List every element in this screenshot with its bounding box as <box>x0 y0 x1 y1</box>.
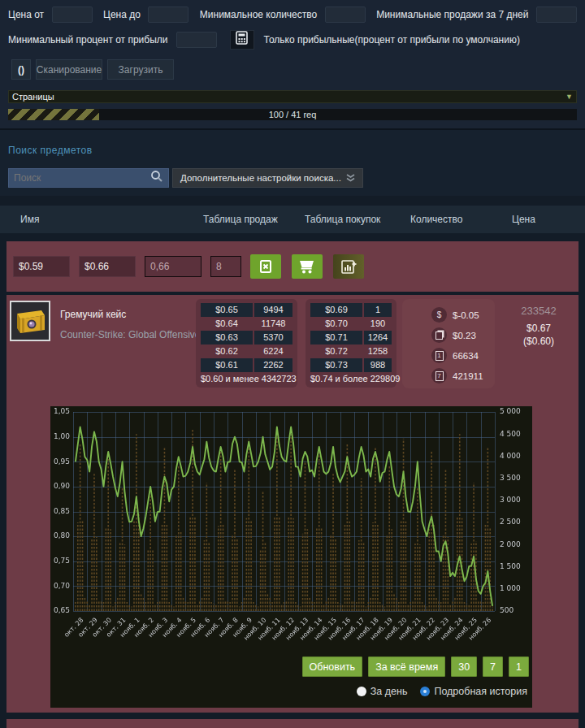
update-chart-button[interactable]: Обновить <box>302 656 363 677</box>
per-day-radio[interactable] <box>357 687 366 696</box>
item-image <box>10 301 50 341</box>
chevron-down-icon: ▼ <box>566 93 573 101</box>
scan-button[interactable]: Сканирование <box>36 59 102 80</box>
sell-price: $0.64 <box>201 317 253 331</box>
calculator-icon <box>236 31 249 49</box>
price-from-label: Цена от <box>8 9 44 20</box>
search-panel: Поиск предметов Дополнительные настройки… <box>0 130 585 196</box>
item-row: Гремучий кейс Counter-Strike: Global Off… <box>6 295 578 713</box>
min-sales-label: Минимальные продажи за 7 дней <box>376 9 528 20</box>
buy-row: $0.711264 <box>310 331 392 344</box>
search-icon[interactable] <box>150 170 163 186</box>
buy-qty: 190 <box>364 317 392 331</box>
results-table-header: Имя Таблица продаж Таблица покупок Колич… <box>0 206 585 233</box>
min-profit-label: Минимальный процент от прибыли <box>8 34 168 46</box>
buy-price: $0.72 <box>310 344 362 358</box>
buy-price-input[interactable] <box>13 256 70 277</box>
current-price: $0.67 <box>504 323 574 334</box>
progress-bar: 100 / 41 req <box>8 109 577 120</box>
load-button[interactable]: Загрузить <box>107 59 174 80</box>
column-header-price: Цена <box>512 214 585 225</box>
sell-qty: 9494 <box>254 303 292 317</box>
sell-orders-table: $0.659494 $0.6411748 $0.635370 $0.626224… <box>196 299 297 388</box>
cart-icon <box>298 259 316 275</box>
column-header-name: Имя <box>0 214 203 225</box>
range-30-button[interactable]: 30 <box>451 656 477 677</box>
row-controls <box>6 241 578 292</box>
stat-value: $0.23 <box>453 331 476 340</box>
buy-qty: 1 <box>364 303 392 317</box>
sell-row: $0.6411748 <box>201 317 292 331</box>
stat-row: $ $-0.05 <box>431 305 495 325</box>
range-1-button[interactable]: 1 <box>509 656 529 677</box>
buy-footer: $0.74 и более 229809 <box>310 374 392 384</box>
sell-row: $0.659494 <box>201 303 292 317</box>
next-item-row-partial <box>6 719 578 728</box>
buy-row: $0.691 <box>310 303 392 317</box>
copy-icon <box>431 327 447 343</box>
sell-price: $0.65 <box>201 303 253 317</box>
min-quantity-label: Минимальное количество <box>200 9 317 20</box>
filter-panel: Цена от Цена до Минимальное количество М… <box>0 0 585 130</box>
price-to-label: Цена до <box>103 9 141 20</box>
stat-row: $0.23 <box>431 325 495 345</box>
range-7-button[interactable]: 7 <box>483 656 503 677</box>
min-quantity-input[interactable] <box>325 6 366 23</box>
chart-plus-icon <box>341 259 357 274</box>
stat-row: 1 66634 <box>431 345 495 366</box>
buy-qty: 1264 <box>364 331 392 344</box>
page-7-icon: 7 <box>431 368 447 384</box>
page-1-icon: 1 <box>431 348 447 363</box>
per-day-label: За день <box>370 686 408 697</box>
cart-button[interactable] <box>292 254 323 279</box>
advanced-search-button[interactable]: Дополнительные настройки поиска... <box>172 168 363 188</box>
stat-value: 66634 <box>453 351 479 361</box>
sell-price: $0.61 <box>201 358 253 372</box>
remove-item-button[interactable] <box>250 254 281 279</box>
item-name: Гремучий кейс <box>60 309 126 320</box>
crate-icon <box>14 307 46 335</box>
exchange-dollar-icon: $ <box>431 307 447 323</box>
stat-row: 7 421911 <box>431 366 495 386</box>
sell-qty: 2262 <box>254 358 292 372</box>
buy-qty: 1258 <box>364 344 392 358</box>
search-title: Поиск предметов <box>8 145 577 156</box>
column-header-qty: Количество <box>410 214 512 225</box>
sell-row: $0.635370 <box>201 331 292 344</box>
price-history-panel: Обновить За всё время 30 7 1 За день Под… <box>50 406 532 708</box>
calculator-button[interactable] <box>230 30 254 50</box>
pages-select[interactable]: Страницы ▼ <box>8 90 577 103</box>
alt-price: ($0.60) <box>504 336 574 347</box>
column-header-sell: Таблица продаж <box>203 214 305 225</box>
add-chart-button[interactable] <box>333 254 364 279</box>
refresh-button[interactable]: () <box>11 59 31 80</box>
item-game: Counter-Strike: Global Offensive <box>60 329 201 340</box>
buy-row: $0.70190 <box>310 317 392 331</box>
all-time-button[interactable]: За всё время <box>368 656 445 677</box>
min-profit-input[interactable] <box>176 32 217 48</box>
search-input[interactable] <box>14 172 150 184</box>
sell-qty: 5370 <box>254 331 292 344</box>
price-to-input[interactable] <box>148 6 188 23</box>
item-totals: 233542 $0.67 ($0.60) <box>504 305 574 347</box>
sell-price: $0.62 <box>201 344 253 358</box>
sell-qty: 11748 <box>254 317 292 331</box>
sell-price: $0.63 <box>201 331 253 344</box>
pages-select-label: Страницы <box>12 92 54 102</box>
price-from-input[interactable] <box>52 6 93 23</box>
limit-price-input[interactable] <box>145 256 202 277</box>
item-stats-panel: $ $-0.05 $0.23 1 66634 7 421911 <box>402 299 495 388</box>
sell-price-input[interactable] <box>79 256 136 277</box>
buy-qty: 988 <box>364 358 392 372</box>
price-volume-chart[interactable] <box>50 406 532 652</box>
sell-row: $0.612262 <box>201 358 292 372</box>
min-sales-input[interactable] <box>536 6 577 23</box>
stat-value: $-0.05 <box>453 310 479 320</box>
quantity-input[interactable] <box>210 256 241 277</box>
buy-row: $0.721258 <box>310 344 392 358</box>
trash-x-icon <box>258 259 273 274</box>
buy-orders-table: $0.691 $0.70190 $0.711264 $0.721258 $0.7… <box>306 299 396 388</box>
advanced-search-label: Дополнительные настройки поиска... <box>180 173 341 183</box>
detailed-history-radio[interactable] <box>420 687 430 696</box>
sell-footer: $0.60 и менее 4342723 <box>201 374 292 384</box>
